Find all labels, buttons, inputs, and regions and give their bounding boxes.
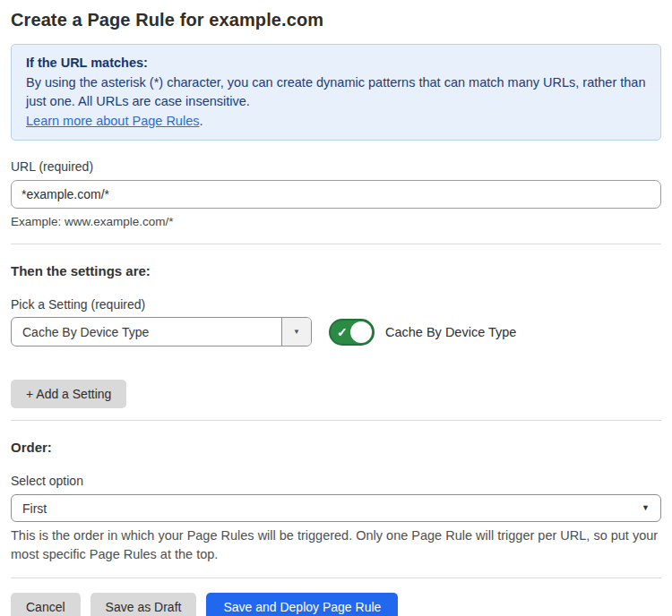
order-section-heading: Order:	[11, 440, 661, 455]
add-setting-button[interactable]: + Add a Setting	[11, 380, 126, 408]
divider	[11, 420, 661, 421]
cancel-button[interactable]: Cancel	[11, 593, 81, 616]
toggle-knob	[350, 321, 372, 343]
setting-toggle-label: Cache By Device Type	[385, 325, 516, 339]
save-and-deploy-button[interactable]: Save and Deploy Page Rule	[206, 593, 398, 616]
setting-toggle[interactable]: ✓	[329, 319, 375, 346]
info-box-body: By using the asterisk (*) character, you…	[26, 73, 646, 112]
settings-section-heading: Then the settings are:	[11, 263, 661, 278]
order-helper-text: This is the order in which your Page Rul…	[11, 526, 661, 564]
setting-select-arrow-button[interactable]: ▼	[281, 318, 311, 346]
url-input[interactable]	[11, 180, 661, 209]
save-as-draft-button[interactable]: Save as Draft	[90, 593, 197, 616]
order-select-label: Select option	[11, 474, 661, 488]
order-select-value: First	[22, 501, 47, 516]
check-icon: ✓	[337, 325, 348, 338]
pick-setting-label: Pick a Setting (required)	[11, 297, 661, 312]
url-label: URL (required)	[11, 159, 661, 174]
info-box-heading: If the URL matches:	[26, 54, 646, 73]
chevron-down-icon: ▼	[642, 504, 650, 512]
url-match-info-box: If the URL matches: By using the asteris…	[11, 44, 661, 141]
url-example-helper: Example: www.example.com/*	[11, 215, 661, 228]
divider	[11, 578, 661, 578]
footer-actions: Cancel Save as Draft Save and Deploy Pag…	[11, 593, 661, 616]
info-box-link-line: Learn more about Page Rules.	[26, 112, 646, 132]
setting-row: Cache By Device Type ▼ ✓ Cache By Device…	[11, 317, 661, 346]
learn-more-link[interactable]: Learn more about Page Rules	[26, 114, 199, 128]
chevron-down-icon: ▼	[293, 329, 300, 336]
order-select[interactable]: First ▼	[11, 494, 661, 522]
setting-select-value: Cache By Device Type	[12, 318, 281, 346]
page-rule-form: Create a Page Rule for example.com If th…	[0, 0, 672, 616]
page-title: Create a Page Rule for example.com	[11, 8, 661, 32]
link-suffix: .	[199, 114, 202, 128]
setting-select[interactable]: Cache By Device Type ▼	[11, 317, 312, 346]
divider	[11, 244, 661, 244]
